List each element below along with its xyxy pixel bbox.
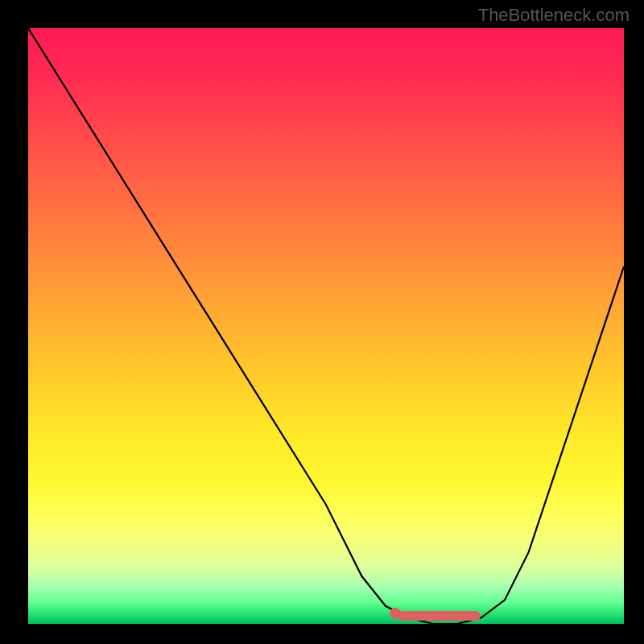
plot-area (28, 28, 624, 624)
bottleneck-curve (28, 28, 624, 624)
optimal-range-marker (398, 611, 481, 621)
watermark-text: TheBottleneck.com (478, 5, 630, 26)
